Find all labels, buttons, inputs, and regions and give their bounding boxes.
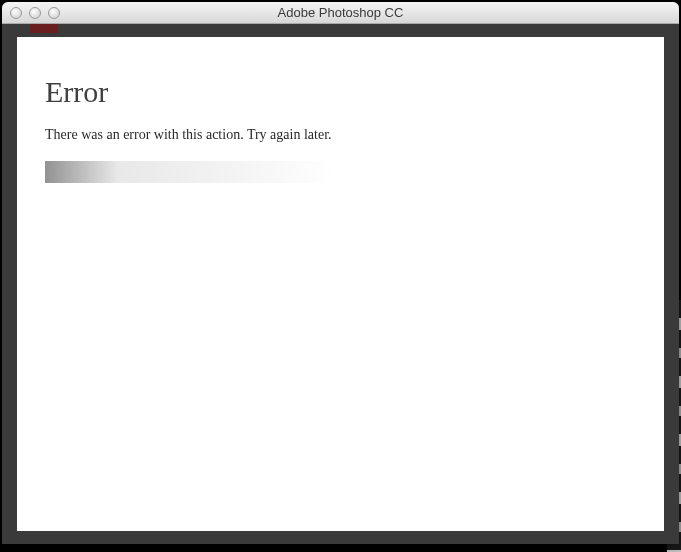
- minimize-icon[interactable]: [29, 7, 41, 19]
- titlebar[interactable]: Adobe Photoshop CC: [2, 2, 679, 24]
- placeholder-bar: [45, 161, 335, 183]
- error-message: There was an error with this action. Try…: [45, 127, 636, 143]
- window-chrome-band: [2, 24, 679, 37]
- traffic-lights: [2, 7, 60, 19]
- error-heading: Error: [45, 75, 636, 109]
- dialog-window: Adobe Photoshop CC Error There was an er…: [2, 2, 679, 544]
- content-wrap: Error There was an error with this actio…: [2, 37, 679, 544]
- close-icon[interactable]: [10, 7, 22, 19]
- window-title: Adobe Photoshop CC: [2, 5, 679, 20]
- accent-strip: [30, 24, 58, 33]
- maximize-icon[interactable]: [48, 7, 60, 19]
- dialog-content: Error There was an error with this actio…: [17, 37, 664, 531]
